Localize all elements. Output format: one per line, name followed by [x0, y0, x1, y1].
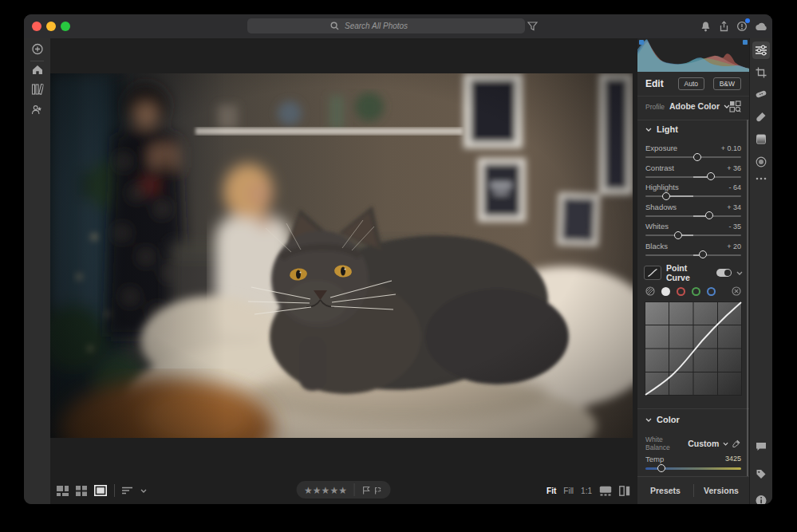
sharing-people-icon[interactable] — [31, 104, 43, 115]
lightroom-window: ★★★★★ Fit Fill 1:1 — [24, 14, 772, 504]
close-window-button[interactable] — [32, 22, 41, 31]
minimize-window-button[interactable] — [46, 22, 56, 31]
activity-comment-icon[interactable] — [756, 442, 767, 451]
grid-square-view-icon[interactable] — [76, 486, 87, 496]
filter-funnel-icon[interactable] — [525, 19, 539, 33]
photo-canvas-area: ★★★★★ Fit Fill 1:1 — [50, 38, 637, 504]
star-rating[interactable]: ★★★★★ — [304, 483, 347, 497]
point-curve-header[interactable]: Point Curve — [644, 265, 743, 281]
chevron-down-icon[interactable] — [140, 489, 147, 493]
profile-browser-icon[interactable] — [729, 100, 741, 112]
left-rail — [24, 38, 50, 504]
slider-value: + 0.10 — [721, 144, 741, 152]
eyedropper-icon[interactable] — [732, 439, 741, 448]
shadow-clipping-indicator[interactable] — [639, 40, 644, 45]
light-section-header[interactable]: Light — [645, 124, 678, 134]
zoom-fit-button[interactable]: Fit — [546, 487, 556, 495]
zoom-1-1-button[interactable]: 1:1 — [581, 487, 592, 495]
slider-knob[interactable] — [707, 172, 715, 180]
healing-brush-tool-icon[interactable] — [756, 89, 767, 99]
parametric-curve-icon[interactable] — [645, 286, 655, 296]
curve-channel-red[interactable] — [677, 287, 685, 296]
notifications-bell-icon[interactable] — [698, 19, 712, 33]
slider-knob[interactable] — [693, 153, 701, 161]
photo[interactable] — [50, 73, 633, 438]
radial-gradient-tool-icon[interactable] — [756, 156, 767, 167]
slider-track[interactable] — [645, 215, 741, 217]
cloud-icon[interactable] — [754, 19, 768, 33]
titlebar — [24, 14, 772, 39]
share-icon[interactable] — [716, 19, 731, 33]
slider-knob[interactable] — [662, 192, 670, 200]
auto-button[interactable]: Auto — [678, 77, 705, 90]
chevron-down-icon — [645, 128, 652, 132]
slider-track[interactable] — [645, 176, 741, 178]
slider-track[interactable] — [645, 156, 741, 158]
curve-channel-white[interactable] — [661, 287, 670, 296]
color-section-header[interactable]: Color — [645, 415, 680, 424]
slider-contrast: Contrast+ 36 — [645, 162, 741, 182]
slider-blacks: Blacks+ 20 — [645, 240, 741, 260]
star-icon[interactable]: ★ — [304, 485, 313, 496]
white-balance-dropdown[interactable]: Custom — [688, 439, 719, 448]
slider-knob[interactable] — [674, 231, 682, 239]
detail-view-icon[interactable] — [94, 485, 107, 496]
histogram[interactable] — [637, 38, 749, 72]
point-curve-toggle[interactable] — [716, 269, 732, 277]
curve-reset-icon[interactable] — [732, 286, 741, 296]
chevron-down-icon[interactable] — [736, 271, 743, 275]
rating-pill: ★★★★★ — [296, 481, 391, 499]
slider-knob[interactable] — [699, 250, 707, 258]
linear-gradient-tool-icon[interactable] — [756, 134, 767, 144]
slider-track[interactable] — [645, 195, 741, 197]
white-balance-label: White Balance — [645, 435, 684, 451]
star-icon[interactable]: ★ — [322, 485, 330, 496]
slider-track[interactable] — [645, 254, 741, 256]
add-photos-icon[interactable] — [31, 43, 43, 55]
keywords-tag-icon[interactable] — [756, 469, 767, 479]
tone-curve-editor[interactable] — [645, 301, 742, 396]
slider-label: Exposure — [645, 144, 677, 152]
profile-value-dropdown[interactable]: Adobe Color — [669, 101, 720, 111]
sync-status-icon[interactable] — [735, 19, 749, 33]
panel-scrollbar[interactable] — [747, 120, 748, 477]
slider-value: + 36 — [727, 164, 741, 172]
sort-options-icon[interactable] — [122, 487, 133, 495]
home-icon[interactable] — [32, 65, 43, 75]
temp-value: 3425 — [725, 455, 741, 464]
slider-knob[interactable] — [705, 211, 713, 219]
pick-flag-icon[interactable] — [362, 486, 371, 495]
grid-mosaic-view-icon[interactable] — [57, 486, 69, 496]
more-tools-icon[interactable] — [756, 177, 767, 180]
reject-flag-icon[interactable] — [374, 486, 383, 495]
star-icon[interactable]: ★ — [313, 485, 322, 496]
star-icon[interactable]: ★ — [338, 485, 347, 496]
highlight-clipping-indicator[interactable] — [743, 40, 748, 45]
presets-button[interactable]: Presets — [637, 477, 693, 504]
filmstrip-toggle-icon[interactable] — [599, 486, 612, 496]
zoom-fill-button[interactable]: Fill — [563, 487, 574, 495]
desktop: ★★★★★ Fit Fill 1:1 — [0, 0, 797, 532]
chevron-down-icon — [723, 442, 728, 446]
search-input-box[interactable] — [247, 18, 525, 33]
star-icon[interactable]: ★ — [329, 485, 338, 496]
slider-label: Highlights — [645, 183, 679, 191]
brush-tool-icon[interactable] — [756, 112, 767, 122]
crop-tool-icon[interactable] — [756, 67, 767, 78]
curve-channel-green[interactable] — [692, 287, 700, 296]
library-books-icon[interactable] — [31, 84, 43, 95]
search-input[interactable] — [343, 21, 442, 31]
before-after-compare-icon[interactable] — [619, 486, 630, 496]
slider-track[interactable] — [645, 234, 741, 236]
temp-slider[interactable] — [645, 467, 741, 470]
zoom-window-button[interactable] — [61, 22, 70, 31]
curve-channel-blue[interactable] — [707, 287, 716, 296]
bw-button[interactable]: B&W — [713, 77, 741, 90]
section-divider — [637, 120, 749, 120]
curve-channel-selector — [645, 286, 741, 297]
point-curve-title: Point Curve — [666, 263, 712, 282]
edit-header: Edit Auto B&W — [637, 72, 749, 97]
edit-sliders-tool-icon[interactable] — [756, 45, 767, 56]
versions-button[interactable]: Versions — [693, 477, 749, 504]
info-icon[interactable] — [756, 495, 767, 504]
